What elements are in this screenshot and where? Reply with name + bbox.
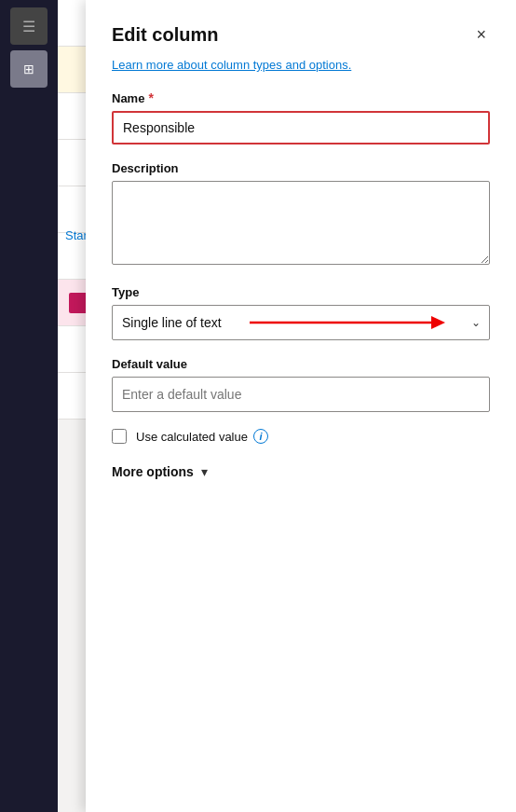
- default-value-field-group: Default value: [112, 357, 490, 412]
- learn-more-link[interactable]: Learn more about column types and option…: [112, 58, 490, 72]
- name-input[interactable]: [112, 111, 490, 145]
- type-dropdown-wrapper: Single line of text Multiple lines of te…: [112, 305, 490, 340]
- name-field-group: Name *: [112, 90, 490, 145]
- type-field-group: Type Single line of text Multiple lines …: [112, 285, 490, 340]
- description-label: Description: [112, 161, 490, 175]
- use-calculated-checkbox[interactable]: [112, 429, 127, 444]
- type-label: Type: [112, 285, 490, 299]
- type-field-container: Single line of text Multiple lines of te…: [112, 305, 490, 340]
- more-options-row[interactable]: More options ▾: [112, 457, 490, 487]
- use-calculated-row: Use calculated value i: [112, 429, 490, 444]
- sidebar-icon-2[interactable]: ⊞: [10, 50, 48, 88]
- required-star: *: [148, 90, 153, 105]
- panel-header: Edit column ×: [112, 22, 490, 47]
- name-label: Name *: [112, 90, 490, 105]
- type-dropdown[interactable]: Single line of text Multiple lines of te…: [112, 305, 490, 340]
- more-options-label: More options: [112, 464, 194, 479]
- description-input[interactable]: [112, 181, 490, 265]
- sidebar: ☰ ⊞: [0, 0, 58, 812]
- sidebar-icon-1[interactable]: ☰: [10, 7, 48, 45]
- default-value-label: Default value: [112, 357, 490, 371]
- edit-column-panel: Edit column × Learn more about column ty…: [86, 0, 516, 812]
- background-content: Start Edit column × Learn more about col…: [58, 0, 516, 812]
- close-button[interactable]: ×: [472, 22, 490, 47]
- more-options-chevron-icon: ▾: [201, 464, 208, 479]
- use-calculated-label: Use calculated value i: [136, 429, 268, 444]
- info-icon[interactable]: i: [253, 429, 268, 444]
- default-value-input[interactable]: [112, 377, 490, 412]
- panel-title: Edit column: [112, 24, 218, 46]
- description-field-group: Description: [112, 161, 490, 268]
